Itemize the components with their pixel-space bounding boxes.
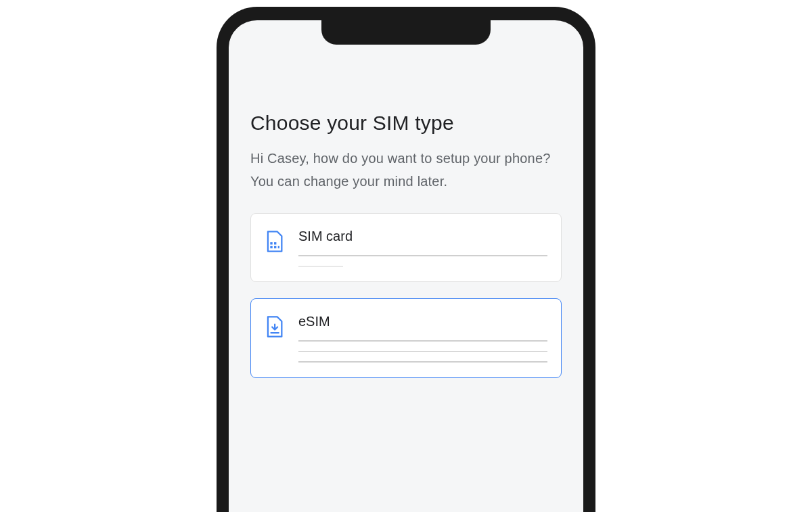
esim-icon bbox=[265, 315, 284, 338]
phone-notch bbox=[321, 20, 491, 45]
placeholder-line bbox=[298, 361, 547, 363]
option-esim[interactable]: eSIM bbox=[250, 298, 562, 378]
placeholder-line bbox=[298, 340, 547, 342]
svg-rect-0 bbox=[270, 242, 272, 244]
option-label: SIM card bbox=[298, 229, 547, 244]
svg-rect-3 bbox=[274, 246, 276, 248]
svg-rect-2 bbox=[270, 246, 272, 248]
option-sim-card[interactable]: SIM card bbox=[250, 213, 562, 282]
svg-rect-4 bbox=[278, 246, 279, 248]
phone-frame: Choose your SIM type Hi Casey, how do yo… bbox=[217, 7, 595, 512]
option-label: eSIM bbox=[298, 314, 547, 329]
placeholder-line bbox=[298, 266, 343, 267]
option-body: SIM card bbox=[298, 229, 547, 266]
sim-setup-screen: Choose your SIM type Hi Casey, how do yo… bbox=[229, 20, 583, 378]
placeholder-line bbox=[298, 255, 547, 256]
placeholder-line bbox=[298, 351, 547, 352]
option-body: eSIM bbox=[298, 314, 547, 363]
page-title: Choose your SIM type bbox=[250, 112, 562, 135]
sim-card-icon bbox=[265, 230, 284, 253]
svg-rect-1 bbox=[274, 242, 276, 244]
page-subtitle: Hi Casey, how do you want to setup your … bbox=[250, 147, 562, 193]
